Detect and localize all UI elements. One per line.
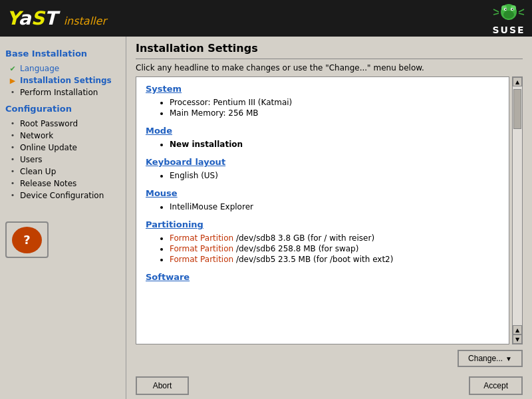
- partition-item-2: Format Partition /dev/sdb6 258.8 MB (for…: [170, 244, 499, 253]
- check-icon: ✔: [8, 65, 17, 73]
- software-heading[interactable]: Software: [146, 272, 499, 282]
- mode-heading[interactable]: Mode: [146, 126, 499, 136]
- main-layout: Base Installation ✔ Language ▶ Installat…: [0, 37, 532, 399]
- footer: Abort Accept: [126, 372, 532, 399]
- scroll-track[interactable]: [513, 86, 522, 325]
- dot-icon: •: [8, 157, 17, 162]
- scroll-down-button-2[interactable]: ▼: [513, 334, 522, 344]
- partition-item-3: Format Partition /dev/sdb5 23.5 MB (for …: [170, 255, 499, 264]
- sidebar-item-users[interactable]: • Users: [5, 154, 120, 166]
- arrow-icon: ▶: [8, 76, 17, 85]
- content-header: Installation Settings Click any headline…: [126, 37, 532, 76]
- dot-icon: •: [8, 169, 17, 174]
- sidebar-item-label: Network: [20, 131, 53, 140]
- format-partition-label-2: Format Partition: [170, 244, 233, 253]
- scroll-down-button-1[interactable]: ▲: [513, 325, 522, 334]
- sidebar-item-online-update[interactable]: • Online Update: [5, 142, 120, 154]
- logo-t: T: [45, 7, 57, 29]
- suse-label: SUSE: [492, 25, 525, 35]
- svg-point-6: [505, 9, 507, 10]
- sidebar-item-label: Clean Up: [20, 167, 56, 176]
- content-area: Installation Settings Click any headline…: [126, 37, 532, 399]
- sidebar-item-perform-installation[interactable]: • Perform Installation: [5, 86, 120, 98]
- dot-icon: •: [8, 90, 17, 95]
- keyboard-value: English (US): [170, 171, 499, 180]
- base-installation-title: Base Installation: [5, 49, 120, 59]
- processor-info: Processor: Pentium III (Katmai): [170, 98, 499, 107]
- sidebar-item-label: Release Notes: [20, 179, 76, 188]
- logo-y: Y: [7, 7, 19, 29]
- dot-icon: •: [8, 181, 17, 186]
- format-partition-label-1: Format Partition: [170, 233, 233, 243]
- partition-detail-3: /dev/sdb5 23.5 MB (for /boot with ext2): [236, 255, 393, 264]
- svg-line-10: [519, 9, 524, 12]
- suse-logo: SUSE: [492, 1, 525, 35]
- sidebar-item-installation-settings[interactable]: ▶ Installation Settings: [5, 74, 120, 86]
- change-button-label: Change...: [468, 354, 503, 363]
- mode-value: New installation: [170, 140, 243, 149]
- svg-line-9: [493, 13, 499, 15]
- sidebar-item-root-password[interactable]: • Root Password: [5, 118, 120, 130]
- page-title: Installation Settings: [136, 42, 523, 55]
- change-button-row: Change... ▼: [126, 344, 532, 372]
- sidebar: Base Installation ✔ Language ▶ Installat…: [0, 37, 126, 399]
- scroll-up-button[interactable]: ▲: [513, 77, 522, 86]
- keyboard-heading[interactable]: Keyboard layout: [146, 157, 499, 167]
- sidebar-item-label: Language: [20, 64, 59, 73]
- configuration-title: Configuration: [5, 104, 120, 114]
- keyboard-body: English (US): [159, 171, 499, 180]
- sidebar-item-network[interactable]: • Network: [5, 130, 120, 142]
- help-icon: ?: [12, 227, 42, 253]
- sidebar-item-clean-up[interactable]: • Clean Up: [5, 166, 120, 178]
- instruction-text: Click any headline to make changes or us…: [136, 63, 523, 72]
- header-divider: [136, 59, 523, 59]
- svg-line-11: [519, 13, 524, 15]
- mouse-body: IntelliMouse Explorer: [159, 202, 499, 211]
- format-partition-label-3: Format Partition: [170, 255, 233, 264]
- mouse-value: IntelliMouse Explorer: [170, 202, 499, 211]
- sidebar-item-label: Root Password: [20, 119, 78, 128]
- logo-a: a: [19, 7, 31, 29]
- mode-body: New installation: [159, 140, 499, 149]
- system-body: Processor: Pentium III (Katmai) Main Mem…: [159, 98, 499, 118]
- svg-point-3: [503, 11, 514, 19]
- sidebar-item-label: Online Update: [20, 143, 77, 152]
- accept-button[interactable]: Accept: [469, 376, 523, 395]
- logo-s: S: [31, 7, 45, 29]
- sidebar-item-language[interactable]: ✔ Language: [5, 63, 120, 74]
- memory-info: Main Memory: 256 MB: [170, 108, 499, 118]
- dot-icon: •: [8, 121, 17, 126]
- sidebar-item-device-configuration[interactable]: • Device Configuration: [5, 190, 120, 201]
- mouse-heading[interactable]: Mouse: [146, 188, 499, 198]
- partition-detail-1: /dev/sdb8 3.8 GB (for / with reiser): [236, 233, 374, 243]
- partition-item-1: Format Partition /dev/sdb8 3.8 GB (for /…: [170, 233, 499, 243]
- sidebar-item-label: Installation Settings: [20, 76, 112, 85]
- logo-installer: installer: [64, 15, 106, 27]
- scrollbar[interactable]: ▲ ▲ ▼: [512, 76, 523, 344]
- sidebar-item-label: Users: [20, 155, 43, 164]
- sidebar-item-release-notes[interactable]: • Release Notes: [5, 178, 120, 190]
- scroll-thumb[interactable]: [513, 89, 521, 129]
- svg-line-8: [493, 9, 499, 12]
- settings-content: System Processor: Pentium III (Katmai) M…: [136, 76, 509, 344]
- system-heading[interactable]: System: [146, 84, 499, 94]
- suse-gecko-icon: [492, 1, 525, 25]
- dropdown-arrow-icon: ▼: [505, 355, 512, 362]
- partition-detail-2: /dev/sdb6 258.8 MB (for swap): [236, 244, 358, 253]
- yast-logo: YaST installer: [7, 7, 106, 29]
- partitioning-heading[interactable]: Partitioning: [146, 219, 499, 229]
- sidebar-item-label: Perform Installation: [20, 88, 98, 97]
- change-button[interactable]: Change... ▼: [458, 350, 523, 367]
- sidebar-item-label: Device Configuration: [20, 191, 104, 200]
- abort-button[interactable]: Abort: [136, 376, 189, 395]
- dot-icon: •: [8, 145, 17, 150]
- header: YaST installer SUSE: [0, 0, 532, 37]
- dot-icon: •: [8, 133, 17, 138]
- svg-point-7: [512, 9, 513, 10]
- dot-icon: •: [8, 193, 17, 198]
- scroll-area: System Processor: Pentium III (Katmai) M…: [126, 76, 532, 344]
- help-button[interactable]: ?: [5, 221, 49, 258]
- partitioning-body: Format Partition /dev/sdb8 3.8 GB (for /…: [159, 233, 499, 264]
